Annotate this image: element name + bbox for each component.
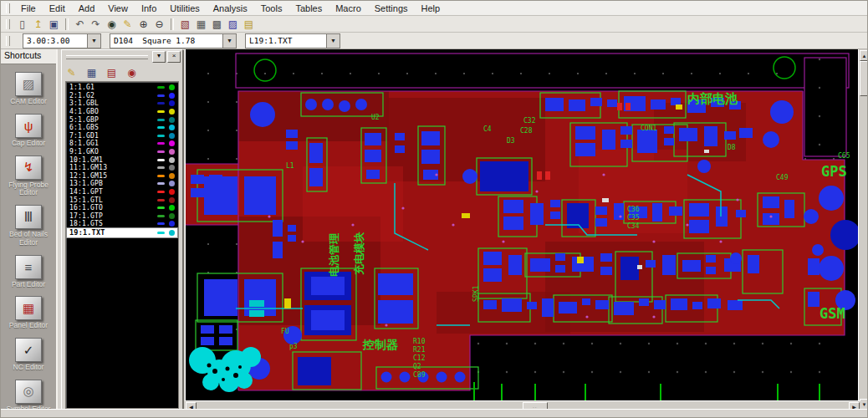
shortcut-icon[interactable]: ψ [15,114,42,138]
shortcut-icon[interactable]: Ⅲ [15,205,42,229]
panel-drag-handle[interactable] [66,55,148,59]
layer-line-swatch[interactable] [157,159,165,161]
close-icon[interactable]: × [167,51,181,63]
chevron-down-icon[interactable]: ▼ [326,34,340,48]
aperture-combobox[interactable]: D104 Square 1.78 ▼ [110,33,237,48]
layer-row[interactable]: 7:1.GD1 [67,132,177,140]
layer-pad-swatch[interactable] [169,221,175,227]
layer-pad-swatch[interactable] [169,109,175,115]
vertical-scrollbar[interactable]: ▲ ▼ [858,49,867,410]
menu-item[interactable]: Help [415,2,447,15]
scale-combobox[interactable]: 3.00:3.00 ▼ [23,33,101,48]
toolbar-button[interactable]: ↥ [30,17,46,31]
menu-item[interactable]: Add [72,2,102,15]
scroll-up-icon[interactable]: ▲ [860,50,868,61]
menu-item[interactable]: Analysis [207,2,254,15]
toolbar-button[interactable]: ▨ [225,17,241,31]
shortcut-icon[interactable]: ✓ [15,338,42,362]
layer-line-swatch[interactable] [157,175,165,177]
layer-row[interactable]: 13:1.GPB [67,180,177,188]
shortcut-item[interactable]: ↯ Flying Probe Editor [1,155,56,198]
layer-line-swatch[interactable] [157,102,165,104]
layer-line-swatch[interactable] [157,199,165,201]
layer-row[interactable]: 17:1.GTP [67,212,177,221]
layer-line-swatch[interactable] [157,222,165,225]
layer-line-swatch[interactable] [157,150,165,153]
layer-pad-swatch[interactable] [169,93,175,99]
layer-row[interactable]: 5:1.GBP [67,115,177,124]
layer-pad-swatch[interactable] [169,173,175,179]
shortcut-item[interactable]: ▨ CAM Editor [1,72,56,106]
rollup-icon[interactable]: ▾ [152,51,166,63]
layer-row[interactable]: 11:1.GM13 [67,164,177,172]
layer-row[interactable]: 3:1.GBL [67,99,177,108]
toolbar-button[interactable]: ▣ [46,17,62,31]
menu-item[interactable]: Tables [288,2,329,15]
shortcut-item[interactable]: ▦ Panel Editor [1,296,56,330]
toolbar-button[interactable]: ▯ [14,17,30,31]
layer-line-swatch[interactable] [157,119,165,121]
pcb-canvas[interactable]: 内部电池 GPS GSM 控制器 电池管理 充电模块 SPK1 FUp3 R10… [185,49,860,400]
layers-toolbar-icon[interactable]: ▤ [105,67,119,79]
toolbar-button[interactable]: ▩ [209,17,225,31]
toolbar-button[interactable]: ✎ [120,17,135,31]
layer-row[interactable]: 1:1.G1 [67,84,177,92]
menu-item[interactable]: Macro [329,2,368,15]
layers-toolbar-icon[interactable]: ◉ [125,67,139,79]
toolbar-grip[interactable] [6,36,10,46]
shortcut-item[interactable]: ψ Cap Editor [1,114,56,148]
layer-pad-swatch[interactable] [169,197,175,203]
layer-line-swatch[interactable] [157,110,165,113]
toolbar-button[interactable]: ↷ [88,17,104,31]
layers-toolbar-icon[interactable]: ▦ [84,67,99,79]
layer-pad-swatch[interactable] [169,149,175,155]
layer-pad-swatch[interactable] [169,189,175,195]
layer-row[interactable]: 16:1.GTO [67,204,177,212]
shortcut-item[interactable]: Ⅲ Bed of Nails Editor [1,205,56,247]
layer-row[interactable]: 8:1.GG1 [67,140,177,148]
toolbar-button[interactable]: ⊖ [151,17,167,31]
toolbar-button[interactable]: ↶ [72,17,88,31]
layer-row[interactable]: 12:1.GM15 [67,172,177,181]
toolbar-grip[interactable] [6,19,10,29]
layer-line-swatch[interactable] [157,206,165,209]
layer-line-swatch[interactable] [157,142,165,145]
layers-panel-titlebar[interactable]: ▾ × [62,50,182,63]
toolbar-button[interactable]: ◉ [104,17,120,31]
menu-item[interactable]: Info [135,2,163,15]
layer-row[interactable]: 15:1.GTL [67,196,177,204]
layer-row[interactable]: 19:1.TXT [67,228,177,237]
menu-item[interactable]: Utilities [163,2,206,15]
shortcut-item[interactable]: ≡ Part Editor [1,255,56,289]
layer-pad-swatch[interactable] [169,84,175,90]
toolbar-button[interactable]: ▧ [177,17,193,31]
shortcut-icon[interactable]: ↯ [15,155,42,180]
layer-line-swatch[interactable] [157,182,165,185]
toolbar-grip[interactable] [6,3,10,13]
layer-line-swatch[interactable] [157,215,165,217]
layer-line-swatch[interactable] [157,126,165,129]
layer-row[interactable]: 4:1.GBO [67,108,177,116]
menu-item[interactable]: File [14,2,43,15]
layer-pad-swatch[interactable] [169,157,175,163]
layer-pad-swatch[interactable] [169,213,175,219]
chevron-down-icon[interactable]: ▼ [222,34,236,48]
layer-line-swatch[interactable] [157,94,165,97]
layer-row[interactable]: 2:1.G2 [67,92,177,100]
layer-line-swatch[interactable] [157,135,165,137]
layer-line-swatch[interactable] [157,232,165,234]
vertical-scroll-thumb[interactable] [860,61,868,96]
chevron-down-icon[interactable]: ▼ [87,34,100,48]
menu-item[interactable]: Tools [254,2,289,15]
layer-pad-swatch[interactable] [169,165,175,171]
layer-row[interactable]: 10:1.GM1 [67,155,177,164]
toolbar-button[interactable]: ⊕ [135,17,151,31]
shortcut-icon[interactable]: ◎ [15,380,42,404]
menu-item[interactable]: Settings [368,2,415,15]
layer-pad-swatch[interactable] [169,230,175,236]
layer-row[interactable]: 6:1.GBS [67,124,177,132]
layer-line-swatch[interactable] [157,191,165,193]
layer-pad-swatch[interactable] [169,117,175,123]
layers-toolbar-icon[interactable]: ✎ [64,67,79,79]
layer-pad-swatch[interactable] [169,133,175,139]
